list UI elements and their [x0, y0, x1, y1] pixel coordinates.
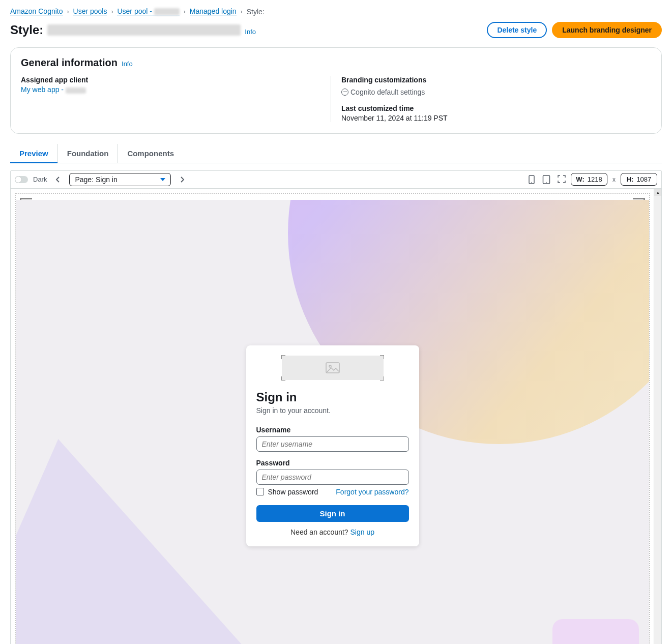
crop-corner-icon [380, 355, 384, 359]
signin-card: Sign in Sign in to your account. Usernam… [246, 345, 419, 546]
height-value: 1087 [636, 175, 651, 183]
dimension-separator: x [612, 176, 616, 183]
tab-preview[interactable]: Preview [10, 144, 58, 163]
redacted-text [154, 8, 180, 15]
page-title-prefix: Style: [10, 23, 43, 37]
svg-point-3 [546, 182, 547, 183]
signup-link[interactable]: Sign up [350, 528, 374, 536]
branding-customizations-value: Cognito default settings [341, 88, 425, 96]
tablet-icon[interactable] [542, 175, 550, 184]
username-label: Username [256, 426, 409, 434]
crop-corner-icon [281, 376, 285, 380]
chevron-right-icon: › [111, 8, 113, 15]
general-info-card: General information Info Assigned app cl… [10, 47, 662, 133]
fullscreen-icon[interactable] [558, 175, 566, 184]
preview-background: Sign in Sign in to your account. Usernam… [16, 200, 649, 644]
chevron-right-icon: › [241, 8, 243, 15]
last-customized-value: November 11, 2024 at 11:19 PST [341, 114, 641, 122]
page-title: Style: [10, 23, 241, 37]
page-select-value: Page: Sign in [75, 175, 117, 184]
forgot-password-link[interactable]: Forgot your password? [336, 488, 408, 496]
breadcrumb-current: Style: [247, 8, 265, 16]
breadcrumb-userpool-id[interactable]: User pool - [117, 7, 179, 16]
mobile-icon[interactable] [528, 175, 535, 184]
signin-button[interactable]: Sign in [256, 505, 409, 522]
crop-corner-icon [380, 376, 384, 380]
assigned-app-prefix: My web app - [21, 85, 66, 94]
show-password-row[interactable]: Show password [256, 488, 318, 496]
signin-title: Sign in [256, 390, 409, 404]
chevron-right-icon: › [184, 8, 186, 15]
breadcrumb: Amazon Cognito › User pools › User pool … [0, 0, 672, 20]
redacted-text [66, 87, 86, 94]
password-input[interactable] [256, 470, 409, 485]
preview-toolbar: Dark Page: Sign in [11, 171, 661, 189]
chevron-right-icon: › [67, 8, 69, 15]
branding-customizations-text: Cognito default settings [350, 88, 425, 96]
password-label: Password [256, 459, 409, 467]
branding-customizations-label: Branding customizations [341, 76, 641, 84]
minus-circle-icon [341, 89, 348, 96]
preview-canvas: ▴ Sign in [11, 189, 661, 644]
signup-prompt-text: Need an account? [290, 528, 350, 536]
logo-placeholder [282, 356, 384, 380]
height-label: H: [627, 175, 634, 183]
show-password-label: Show password [268, 488, 318, 496]
tab-foundation[interactable]: Foundation [58, 144, 119, 163]
breadcrumb-cognito[interactable]: Amazon Cognito [10, 7, 63, 16]
redacted-text [47, 24, 241, 36]
tabs: Preview Foundation Components [10, 144, 662, 163]
assigned-app-client-label: Assigned app client [21, 76, 320, 84]
width-label: W: [576, 175, 584, 183]
launch-branding-button[interactable]: Launch branding designer [552, 22, 662, 38]
dark-mode-toggle[interactable] [15, 176, 28, 183]
scroll-up-button[interactable]: ▴ [654, 189, 661, 196]
show-password-checkbox[interactable] [256, 488, 264, 495]
info-link[interactable]: Info [122, 60, 133, 68]
card-title: General information [21, 57, 118, 69]
svg-point-1 [531, 182, 532, 183]
svg-point-5 [329, 365, 331, 367]
image-icon [326, 362, 340, 373]
prev-page-button[interactable] [52, 173, 64, 186]
delete-style-button[interactable]: Delete style [487, 22, 547, 38]
breadcrumb-userpools[interactable]: User pools [73, 7, 107, 16]
last-customized-label: Last customized time [341, 104, 641, 112]
assigned-app-client-link[interactable]: My web app - [21, 85, 86, 94]
username-input[interactable] [256, 436, 409, 452]
preview-panel: Dark Page: Sign in [10, 170, 662, 644]
background-shape [552, 619, 639, 644]
height-input[interactable]: H: 1087 [621, 173, 657, 186]
next-page-button[interactable] [176, 173, 188, 186]
breadcrumb-userpool-prefix: User pool - [117, 7, 154, 15]
info-link[interactable]: Info [245, 28, 256, 36]
crop-corner-icon [281, 355, 285, 359]
page-select[interactable]: Page: Sign in [69, 173, 171, 186]
breadcrumb-managed-login[interactable]: Managed login [190, 7, 237, 16]
width-input[interactable]: W: 1218 [571, 173, 607, 186]
signup-prompt: Need an account? Sign up [256, 528, 409, 536]
page-header: Style: Info Delete style Launch branding… [0, 20, 672, 47]
signin-subtitle: Sign in to your account. [256, 406, 409, 415]
width-value: 1218 [588, 175, 602, 183]
dark-mode-label: Dark [33, 175, 47, 183]
tab-components[interactable]: Components [118, 144, 183, 163]
